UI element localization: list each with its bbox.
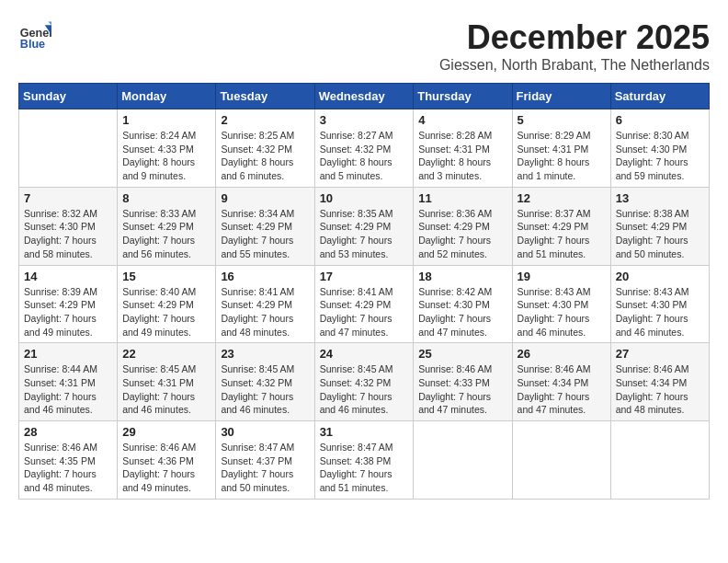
day-number: 17 <box>320 270 409 283</box>
day-info: Sunrise: 8:29 AM Sunset: 4:31 PM Dayligh… <box>518 129 606 183</box>
calendar-week-1: 1Sunrise: 8:24 AM Sunset: 4:33 PM Daylig… <box>19 109 710 188</box>
calendar-cell: 3Sunrise: 8:27 AM Sunset: 4:32 PM Daylig… <box>314 109 414 188</box>
calendar-cell <box>19 109 118 188</box>
day-info: Sunrise: 8:47 AM Sunset: 4:37 PM Dayligh… <box>221 441 309 495</box>
day-info: Sunrise: 8:45 AM Sunset: 4:31 PM Dayligh… <box>122 362 210 417</box>
day-info: Sunrise: 8:37 AM Sunset: 4:29 PM Dayligh… <box>518 207 606 261</box>
day-number: 24 <box>320 347 409 361</box>
calendar-cell: 16Sunrise: 8:41 AM Sunset: 4:29 PM Dayli… <box>216 265 314 343</box>
calendar-cell: 7Sunrise: 8:32 AM Sunset: 4:30 PM Daylig… <box>19 187 118 265</box>
day-number: 13 <box>616 191 704 205</box>
day-number: 30 <box>221 425 309 439</box>
calendar-week-4: 21Sunrise: 8:44 AM Sunset: 4:31 PM Dayli… <box>19 343 710 421</box>
calendar-cell: 10Sunrise: 8:35 AM Sunset: 4:29 PM Dayli… <box>314 187 414 265</box>
calendar-cell: 26Sunrise: 8:46 AM Sunset: 4:34 PM Dayli… <box>512 343 610 421</box>
day-info: Sunrise: 8:27 AM Sunset: 4:32 PM Dayligh… <box>320 129 409 183</box>
day-number: 20 <box>616 270 704 283</box>
day-number: 15 <box>122 270 210 283</box>
calendar-cell: 12Sunrise: 8:37 AM Sunset: 4:29 PM Dayli… <box>512 187 610 265</box>
day-number: 12 <box>518 191 606 205</box>
calendar-cell: 25Sunrise: 8:46 AM Sunset: 4:33 PM Dayli… <box>414 343 512 421</box>
day-number: 28 <box>24 425 112 439</box>
calendar-header-row: SundayMondayTuesdayWednesdayThursdayFrid… <box>19 84 710 109</box>
calendar-cell: 6Sunrise: 8:30 AM Sunset: 4:30 PM Daylig… <box>610 109 709 188</box>
day-info: Sunrise: 8:46 AM Sunset: 4:36 PM Dayligh… <box>122 441 210 495</box>
calendar-cell: 23Sunrise: 8:45 AM Sunset: 4:32 PM Dayli… <box>216 343 314 421</box>
day-number: 6 <box>616 113 704 127</box>
calendar-cell: 18Sunrise: 8:42 AM Sunset: 4:30 PM Dayli… <box>414 265 512 343</box>
calendar-cell: 15Sunrise: 8:40 AM Sunset: 4:29 PM Dayli… <box>118 265 216 343</box>
day-info: Sunrise: 8:42 AM Sunset: 4:30 PM Dayligh… <box>418 285 506 339</box>
calendar-cell: 24Sunrise: 8:45 AM Sunset: 4:32 PM Dayli… <box>314 343 414 421</box>
day-info: Sunrise: 8:46 AM Sunset: 4:33 PM Dayligh… <box>418 362 506 417</box>
calendar-cell: 8Sunrise: 8:33 AM Sunset: 4:29 PM Daylig… <box>118 187 216 265</box>
column-header-tuesday: Tuesday <box>216 84 314 109</box>
day-info: Sunrise: 8:47 AM Sunset: 4:38 PM Dayligh… <box>320 441 409 495</box>
day-info: Sunrise: 8:41 AM Sunset: 4:29 PM Dayligh… <box>221 285 309 339</box>
day-info: Sunrise: 8:45 AM Sunset: 4:32 PM Dayligh… <box>320 362 409 417</box>
day-number: 14 <box>24 270 112 283</box>
day-number: 25 <box>418 347 506 361</box>
calendar-cell: 17Sunrise: 8:41 AM Sunset: 4:29 PM Dayli… <box>314 265 414 343</box>
day-info: Sunrise: 8:46 AM Sunset: 4:35 PM Dayligh… <box>24 441 112 495</box>
day-info: Sunrise: 8:24 AM Sunset: 4:33 PM Dayligh… <box>122 129 210 183</box>
calendar-cell <box>610 421 709 500</box>
calendar-cell: 21Sunrise: 8:44 AM Sunset: 4:31 PM Dayli… <box>19 343 118 421</box>
day-number: 2 <box>221 113 309 127</box>
day-info: Sunrise: 8:35 AM Sunset: 4:29 PM Dayligh… <box>320 207 409 261</box>
month-title: December 2025 <box>439 18 710 57</box>
day-number: 1 <box>122 113 210 127</box>
calendar-cell: 13Sunrise: 8:38 AM Sunset: 4:29 PM Dayli… <box>610 187 709 265</box>
title-area: December 2025 Giessen, North Brabant, Th… <box>439 18 710 74</box>
calendar-cell: 20Sunrise: 8:43 AM Sunset: 4:30 PM Dayli… <box>610 265 709 343</box>
day-info: Sunrise: 8:43 AM Sunset: 4:30 PM Dayligh… <box>518 285 606 339</box>
calendar-cell: 1Sunrise: 8:24 AM Sunset: 4:33 PM Daylig… <box>118 109 216 188</box>
day-info: Sunrise: 8:46 AM Sunset: 4:34 PM Dayligh… <box>616 362 704 417</box>
calendar-table: SundayMondayTuesdayWednesdayThursdayFrid… <box>18 83 710 500</box>
calendar-cell: 30Sunrise: 8:47 AM Sunset: 4:37 PM Dayli… <box>216 421 314 500</box>
column-header-monday: Monday <box>118 84 216 109</box>
day-number: 19 <box>518 270 606 283</box>
calendar-cell: 19Sunrise: 8:43 AM Sunset: 4:30 PM Dayli… <box>512 265 610 343</box>
day-number: 16 <box>221 270 309 283</box>
day-info: Sunrise: 8:40 AM Sunset: 4:29 PM Dayligh… <box>122 285 210 339</box>
calendar-cell: 2Sunrise: 8:25 AM Sunset: 4:32 PM Daylig… <box>216 109 314 188</box>
calendar-cell: 11Sunrise: 8:36 AM Sunset: 4:29 PM Dayli… <box>414 187 512 265</box>
calendar-cell: 28Sunrise: 8:46 AM Sunset: 4:35 PM Dayli… <box>19 421 118 500</box>
svg-text:Blue: Blue <box>20 38 45 51</box>
day-info: Sunrise: 8:43 AM Sunset: 4:30 PM Dayligh… <box>616 285 704 339</box>
calendar-cell <box>414 421 512 500</box>
day-info: Sunrise: 8:44 AM Sunset: 4:31 PM Dayligh… <box>24 362 112 417</box>
column-header-friday: Friday <box>512 84 610 109</box>
day-number: 18 <box>418 270 506 283</box>
day-info: Sunrise: 8:46 AM Sunset: 4:34 PM Dayligh… <box>518 362 606 417</box>
day-number: 10 <box>320 191 409 205</box>
column-header-saturday: Saturday <box>610 84 709 109</box>
calendar-cell: 4Sunrise: 8:28 AM Sunset: 4:31 PM Daylig… <box>414 109 512 188</box>
day-number: 9 <box>221 191 309 205</box>
column-header-thursday: Thursday <box>414 84 512 109</box>
day-number: 26 <box>518 347 606 361</box>
svg-marker-3 <box>48 22 51 26</box>
calendar-week-5: 28Sunrise: 8:46 AM Sunset: 4:35 PM Dayli… <box>19 421 710 500</box>
calendar-cell: 31Sunrise: 8:47 AM Sunset: 4:38 PM Dayli… <box>314 421 414 500</box>
calendar-cell: 27Sunrise: 8:46 AM Sunset: 4:34 PM Dayli… <box>610 343 709 421</box>
column-header-wednesday: Wednesday <box>314 84 414 109</box>
day-number: 4 <box>418 113 506 127</box>
day-info: Sunrise: 8:41 AM Sunset: 4:29 PM Dayligh… <box>320 285 409 339</box>
day-info: Sunrise: 8:30 AM Sunset: 4:30 PM Dayligh… <box>616 129 704 183</box>
day-number: 7 <box>24 191 112 205</box>
day-info: Sunrise: 8:33 AM Sunset: 4:29 PM Dayligh… <box>122 207 210 261</box>
day-info: Sunrise: 8:36 AM Sunset: 4:29 PM Dayligh… <box>418 207 506 261</box>
calendar-cell: 29Sunrise: 8:46 AM Sunset: 4:36 PM Dayli… <box>118 421 216 500</box>
day-info: Sunrise: 8:25 AM Sunset: 4:32 PM Dayligh… <box>221 129 309 183</box>
day-number: 21 <box>24 347 112 361</box>
day-number: 31 <box>320 425 409 439</box>
calendar-cell <box>512 421 610 500</box>
column-header-sunday: Sunday <box>19 84 118 109</box>
calendar-week-3: 14Sunrise: 8:39 AM Sunset: 4:29 PM Dayli… <box>19 265 710 343</box>
day-info: Sunrise: 8:39 AM Sunset: 4:29 PM Dayligh… <box>24 285 112 339</box>
day-number: 22 <box>122 347 210 361</box>
day-number: 29 <box>122 425 210 439</box>
day-info: Sunrise: 8:32 AM Sunset: 4:30 PM Dayligh… <box>24 207 112 261</box>
